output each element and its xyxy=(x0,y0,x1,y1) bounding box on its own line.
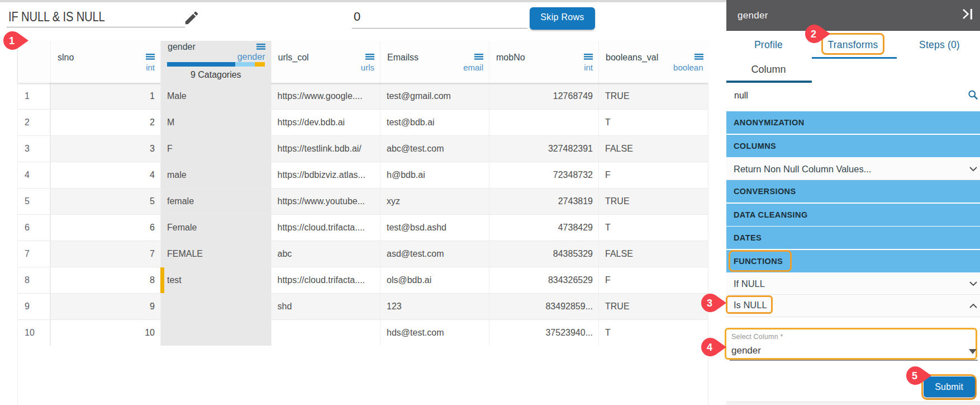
svg-text:1: 1 xyxy=(9,35,15,46)
svg-text:5: 5 xyxy=(912,370,917,382)
svg-text:3: 3 xyxy=(707,298,712,309)
svg-text:4: 4 xyxy=(707,342,712,353)
svg-text:2: 2 xyxy=(811,29,816,40)
